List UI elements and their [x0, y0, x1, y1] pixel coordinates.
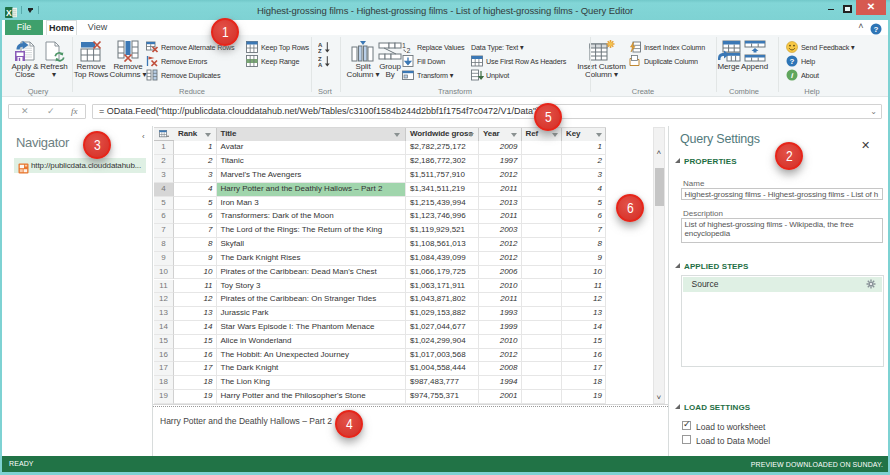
- svg-text:?: ?: [790, 57, 795, 66]
- svg-text:A: A: [318, 62, 323, 67]
- svg-text:2: 2: [407, 47, 411, 54]
- svg-text:?: ?: [874, 25, 879, 34]
- svg-text:1: 1: [402, 42, 406, 49]
- svg-text:Z: Z: [318, 48, 322, 53]
